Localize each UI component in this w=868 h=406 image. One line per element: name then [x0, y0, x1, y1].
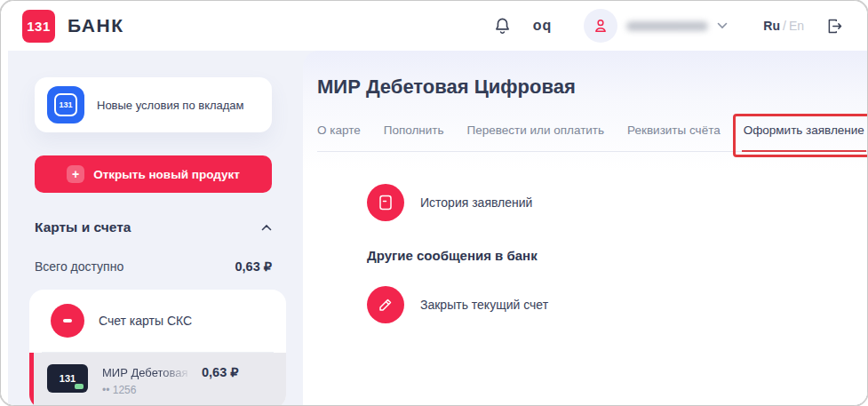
page-title: МИР Дебетовая Цифровая [317, 76, 576, 99]
promo-131-icon: 131 [47, 86, 84, 123]
card-thumbnail: 131 [47, 364, 88, 393]
account-item-mir-selected[interactable]: 131 МИР Дебетовая Цифровая 0,63 ₽ •• 125… [29, 353, 286, 406]
open-new-product-button[interactable]: + Открыть новый продукт [35, 155, 272, 193]
logout-icon[interactable] [825, 17, 844, 36]
profile-menu[interactable] [584, 9, 728, 43]
main-panel: МИР Дебетовая Цифровая ✕ О карте Пополни… [303, 51, 868, 406]
oq-icon[interactable]: оq [533, 18, 553, 34]
sidebar: 131 Новые условия по вкладам + Открыть н… [8, 51, 303, 406]
tab-perevesti-ili-oplatit[interactable]: Перевести или оплатить [467, 123, 605, 151]
tab-bar: О карте Пополнить Перевести или оплатить… [317, 123, 868, 152]
title-row: МИР Дебетовая Цифровая ✕ [317, 68, 868, 102]
document-icon [367, 184, 404, 221]
language-separator: / [783, 19, 786, 33]
tab-popolnit[interactable]: Пополнить [384, 123, 444, 151]
bank-logo-text: БАНК [68, 15, 123, 36]
bank-logo-badge: 131 [22, 10, 55, 43]
history-of-applications-item[interactable]: История заявлений [367, 184, 868, 221]
promo-badge-text: 131 [54, 93, 77, 116]
tab-content: История заявлений Другие сообщения в бан… [367, 184, 868, 323]
plus-icon: + [67, 165, 84, 183]
chevron-down-icon [717, 22, 728, 29]
top-bar: 131 БАНК оq [1, 1, 867, 51]
available-total-value: 0,63 ₽ [235, 259, 272, 274]
account-name: МИР Дебетовая Цифровая [102, 366, 195, 379]
account-item-sks[interactable]: Счет карты СКС [29, 290, 286, 352]
active-tab-underline [742, 150, 866, 152]
app-window: 131 БАНК оq [0, 0, 868, 406]
content-row: 131 Новые условия по вкладам + Открыть н… [1, 51, 867, 406]
available-total-label: Всего доступно [35, 259, 123, 274]
action-label: Закрыть текущий счет [420, 298, 548, 312]
language-switcher[interactable]: Ru/En [763, 19, 804, 33]
cards-accounts-section-toggle[interactable]: Карты и счета [35, 219, 272, 235]
action-label: История заявлений [420, 195, 532, 210]
language-ru[interactable]: Ru [763, 19, 780, 33]
tab-o-karte[interactable]: О карте [317, 123, 361, 151]
account-info: МИР Дебетовая Цифровая 0,63 ₽ •• 1256 [102, 364, 272, 396]
available-total-row: Всего доступно 0,63 ₽ [35, 259, 272, 274]
ruble-account-icon [51, 304, 84, 338]
avatar [584, 9, 617, 43]
pencil-icon [367, 286, 404, 323]
tab-oformit-zayavlenie-active[interactable]: Оформить заявление [744, 123, 864, 151]
card-masked-number: •• 1256 [102, 384, 272, 396]
account-amount: 0,63 ₽ [202, 365, 238, 379]
promo-card-deposits[interactable]: 131 Новые условия по вкладам [35, 77, 272, 132]
user-name-redacted [626, 21, 708, 31]
new-product-label: Открыть новый продукт [93, 168, 240, 181]
tab-label: Оформить заявление [744, 123, 864, 137]
account-name: Счет карты СКС [99, 314, 192, 328]
other-messages-heading: Другие сообщения в банк [367, 248, 868, 263]
accounts-list: Счет карты СКС 131 МИР Дебетовая Цифрова… [29, 290, 286, 406]
selected-indicator-bar [29, 353, 34, 406]
topbar-actions: оq Ru/En [493, 9, 844, 43]
close-current-account-item[interactable]: Закрыть текущий счет [367, 286, 868, 323]
tab-rekvizity-scheta[interactable]: Реквизиты счёта [627, 123, 721, 151]
section-title: Карты и счета [35, 219, 131, 235]
language-en[interactable]: En [789, 19, 804, 33]
main-area: МИР Дебетовая Цифровая ✕ О карте Пополни… [303, 51, 868, 406]
notifications-bell-icon[interactable] [493, 16, 512, 36]
chevron-up-icon [261, 224, 272, 231]
promo-label: Новые условия по вкладам [97, 99, 244, 112]
